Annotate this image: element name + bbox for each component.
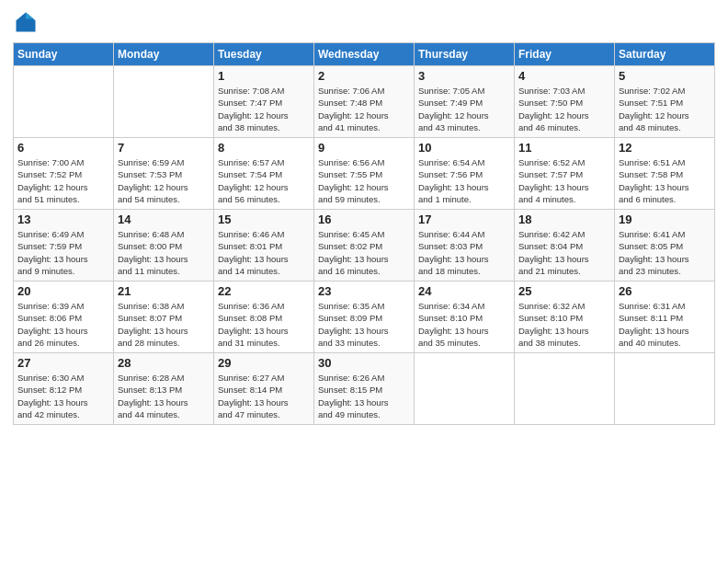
calendar-cell: 17Sunrise: 6:44 AM Sunset: 8:03 PM Dayli… [415,210,515,282]
day-number: 5 [619,69,711,83]
calendar-cell [615,353,715,425]
calendar-cell [515,353,615,425]
calendar-cell [14,66,114,138]
calendar-cell: 18Sunrise: 6:42 AM Sunset: 8:04 PM Dayli… [515,210,615,282]
calendar-cell: 21Sunrise: 6:38 AM Sunset: 8:07 PM Dayli… [114,282,214,353]
week-row-2: 13Sunrise: 6:49 AM Sunset: 7:59 PM Dayli… [14,210,715,282]
day-info: Sunrise: 6:32 AM Sunset: 8:10 PM Dayligh… [518,300,610,349]
calendar-cell: 28Sunrise: 6:28 AM Sunset: 8:13 PM Dayli… [114,353,214,425]
day-number: 26 [619,284,711,298]
header-day-sunday: Sunday [14,43,114,66]
day-info: Sunrise: 6:48 AM Sunset: 8:00 PM Dayligh… [118,228,210,277]
day-info: Sunrise: 6:45 AM Sunset: 8:02 PM Dayligh… [318,228,410,277]
calendar-cell: 9Sunrise: 6:56 AM Sunset: 7:55 PM Daylig… [314,138,415,210]
week-row-1: 6Sunrise: 7:00 AM Sunset: 7:52 PM Daylig… [14,138,715,210]
week-row-4: 27Sunrise: 6:30 AM Sunset: 8:12 PM Dayli… [14,353,715,425]
day-number: 13 [17,213,109,226]
day-info: Sunrise: 6:38 AM Sunset: 8:07 PM Dayligh… [118,300,210,349]
day-info: Sunrise: 6:28 AM Sunset: 8:13 PM Dayligh… [118,372,210,420]
day-number: 2 [318,69,410,83]
day-number: 24 [418,284,510,298]
header-day-thursday: Thursday [415,43,515,66]
calendar-cell: 20Sunrise: 6:39 AM Sunset: 8:06 PM Dayli… [14,282,114,353]
calendar-cell: 29Sunrise: 6:27 AM Sunset: 8:14 PM Dayli… [214,353,314,425]
day-number: 14 [118,213,210,226]
header-day-wednesday: Wednesday [314,43,415,66]
day-info: Sunrise: 7:00 AM Sunset: 7:52 PM Dayligh… [17,156,109,205]
day-number: 23 [318,284,410,298]
day-info: Sunrise: 6:35 AM Sunset: 8:09 PM Dayligh… [318,300,410,349]
calendar-cell: 7Sunrise: 6:59 AM Sunset: 7:53 PM Daylig… [114,138,214,210]
week-row-0: 1Sunrise: 7:08 AM Sunset: 7:47 PM Daylig… [14,66,715,138]
day-number: 1 [218,69,310,83]
calendar-cell: 22Sunrise: 6:36 AM Sunset: 8:08 PM Dayli… [214,282,314,353]
day-number: 19 [619,213,711,226]
day-number: 11 [518,141,610,155]
day-number: 25 [518,284,610,298]
header-day-saturday: Saturday [615,43,715,66]
calendar-cell: 27Sunrise: 6:30 AM Sunset: 8:12 PM Dayli… [14,353,114,425]
calendar-cell: 10Sunrise: 6:54 AM Sunset: 7:56 PM Dayli… [415,138,515,210]
calendar-cell: 3Sunrise: 7:05 AM Sunset: 7:49 PM Daylig… [415,66,515,138]
calendar-cell: 25Sunrise: 6:32 AM Sunset: 8:10 PM Dayli… [515,282,615,353]
day-info: Sunrise: 6:56 AM Sunset: 7:55 PM Dayligh… [318,156,410,205]
header-day-tuesday: Tuesday [214,43,314,66]
calendar-cell: 26Sunrise: 6:31 AM Sunset: 8:11 PM Dayli… [615,282,715,353]
day-info: Sunrise: 6:52 AM Sunset: 7:57 PM Dayligh… [518,156,610,205]
calendar-table: SundayMondayTuesdayWednesdayThursdayFrid… [13,42,715,425]
day-info: Sunrise: 7:06 AM Sunset: 7:48 PM Dayligh… [318,85,410,133]
calendar-header: SundayMondayTuesdayWednesdayThursdayFrid… [14,43,715,66]
day-info: Sunrise: 7:03 AM Sunset: 7:50 PM Dayligh… [518,85,610,133]
header [13,9,715,35]
calendar-cell: 5Sunrise: 7:02 AM Sunset: 7:51 PM Daylig… [615,66,715,138]
day-number: 30 [318,356,410,370]
day-number: 21 [118,284,210,298]
day-number: 10 [418,141,510,155]
calendar-cell: 15Sunrise: 6:46 AM Sunset: 8:01 PM Dayli… [214,210,314,282]
day-info: Sunrise: 6:36 AM Sunset: 8:08 PM Dayligh… [218,300,310,349]
day-number: 28 [118,356,210,370]
header-row: SundayMondayTuesdayWednesdayThursdayFrid… [14,43,715,66]
calendar-cell: 11Sunrise: 6:52 AM Sunset: 7:57 PM Dayli… [515,138,615,210]
calendar-cell: 24Sunrise: 6:34 AM Sunset: 8:10 PM Dayli… [415,282,515,353]
day-number: 4 [518,69,610,83]
header-day-friday: Friday [515,43,615,66]
calendar-cell: 2Sunrise: 7:06 AM Sunset: 7:48 PM Daylig… [314,66,415,138]
day-info: Sunrise: 6:46 AM Sunset: 8:01 PM Dayligh… [218,228,310,277]
day-number: 6 [17,141,109,155]
week-row-3: 20Sunrise: 6:39 AM Sunset: 8:06 PM Dayli… [14,282,715,353]
logo [13,9,42,35]
day-info: Sunrise: 7:05 AM Sunset: 7:49 PM Dayligh… [418,85,510,133]
day-info: Sunrise: 7:08 AM Sunset: 7:47 PM Dayligh… [218,85,310,133]
svg-marker-1 [26,13,34,19]
day-info: Sunrise: 6:42 AM Sunset: 8:04 PM Dayligh… [518,228,610,277]
day-info: Sunrise: 6:44 AM Sunset: 8:03 PM Dayligh… [418,228,510,277]
day-info: Sunrise: 6:57 AM Sunset: 7:54 PM Dayligh… [218,156,310,205]
day-info: Sunrise: 6:41 AM Sunset: 8:05 PM Dayligh… [619,228,711,277]
day-number: 29 [218,356,310,370]
day-number: 20 [17,284,109,298]
calendar-cell [114,66,214,138]
day-number: 18 [518,213,610,226]
calendar-cell: 16Sunrise: 6:45 AM Sunset: 8:02 PM Dayli… [314,210,415,282]
page: SundayMondayTuesdayWednesdayThursdayFrid… [0,0,728,563]
logo-icon [13,9,39,35]
calendar-cell: 8Sunrise: 6:57 AM Sunset: 7:54 PM Daylig… [214,138,314,210]
calendar-cell: 6Sunrise: 7:00 AM Sunset: 7:52 PM Daylig… [14,138,114,210]
day-number: 7 [118,141,210,155]
day-number: 22 [218,284,310,298]
calendar-cell [415,353,515,425]
calendar-cell: 23Sunrise: 6:35 AM Sunset: 8:09 PM Dayli… [314,282,415,353]
day-number: 8 [218,141,310,155]
day-info: Sunrise: 6:26 AM Sunset: 8:15 PM Dayligh… [318,372,410,420]
calendar-cell: 14Sunrise: 6:48 AM Sunset: 8:00 PM Dayli… [114,210,214,282]
day-info: Sunrise: 6:59 AM Sunset: 7:53 PM Dayligh… [118,156,210,205]
day-info: Sunrise: 6:39 AM Sunset: 8:06 PM Dayligh… [17,300,109,349]
header-day-monday: Monday [114,43,214,66]
day-number: 17 [418,213,510,226]
calendar-cell: 30Sunrise: 6:26 AM Sunset: 8:15 PM Dayli… [314,353,415,425]
day-info: Sunrise: 6:30 AM Sunset: 8:12 PM Dayligh… [17,372,109,420]
day-info: Sunrise: 7:02 AM Sunset: 7:51 PM Dayligh… [619,85,711,133]
day-number: 3 [418,69,510,83]
calendar-cell: 19Sunrise: 6:41 AM Sunset: 8:05 PM Dayli… [615,210,715,282]
